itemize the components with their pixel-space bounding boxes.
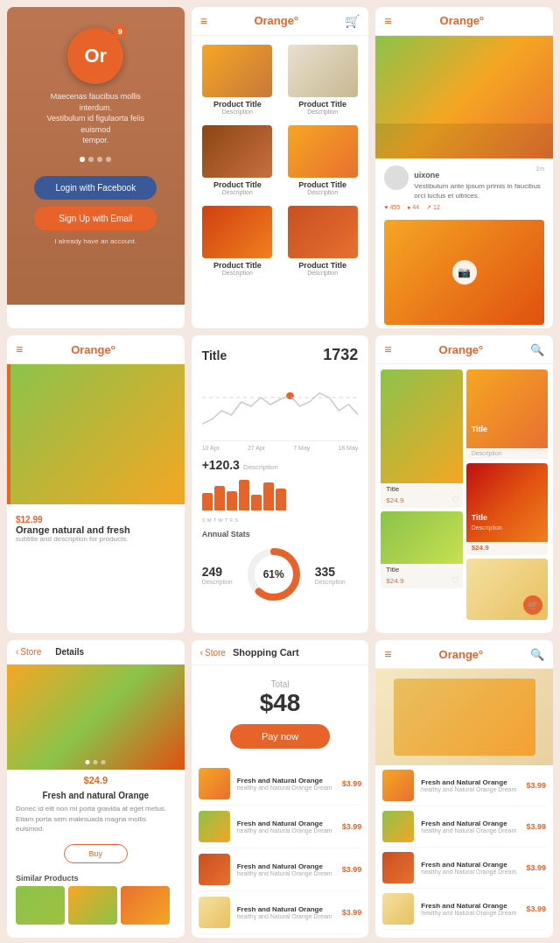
item-price: $3.99 bbox=[526, 822, 546, 831]
comments-count[interactable]: ● 44 bbox=[407, 204, 419, 211]
product-price: $12.99 bbox=[16, 515, 176, 524]
date-1: 10 Apr bbox=[202, 445, 220, 451]
item-thumbnail bbox=[199, 811, 230, 842]
product-card[interactable]: Product Title Description bbox=[282, 41, 363, 118]
app-logo-text: Orangeo bbox=[439, 648, 483, 661]
product-card[interactable]: Product Title Description bbox=[197, 41, 278, 118]
product-image bbox=[466, 369, 548, 448]
product-hero-image bbox=[7, 364, 185, 504]
item-info: Fresh and Natural Orange healthy and Nat… bbox=[237, 862, 335, 876]
likes-count[interactable]: ♥ 455 bbox=[384, 204, 400, 211]
dot-4[interactable] bbox=[106, 157, 111, 162]
masonry-card[interactable]: Title Description ♡ bbox=[466, 369, 548, 460]
pay-now-button[interactable]: Pay now bbox=[230, 724, 330, 749]
product-title: Product Title bbox=[298, 100, 346, 109]
facebook-login-button[interactable]: Login with Facebook bbox=[34, 176, 157, 200]
app-logo-text: Orangeo bbox=[440, 14, 484, 27]
svg-point-0 bbox=[286, 392, 294, 399]
price-row: $24.9 bbox=[466, 542, 548, 555]
menu-icon[interactable]: ≡ bbox=[16, 342, 23, 356]
dot-1[interactable] bbox=[86, 760, 90, 764]
carousel-dots bbox=[86, 760, 106, 764]
item-name: Fresh and Natural Orange bbox=[237, 777, 335, 785]
item-thumbnail bbox=[382, 770, 414, 801]
item-price: $3.99 bbox=[526, 904, 546, 913]
back-button[interactable]: ‹ Store bbox=[16, 647, 41, 657]
order-item: Fresh and Natural Orange healthy and Nat… bbox=[382, 848, 546, 889]
buy-button[interactable]: Buy bbox=[64, 844, 129, 863]
item-info: Fresh and Natural Orange healthy and Nat… bbox=[421, 778, 519, 792]
order-item: Fresh and Natural Orange healthy and Nat… bbox=[382, 806, 546, 848]
orders-screen: ≡ Orangeo 🔍 Fresh and Natural Orange hea… bbox=[375, 640, 553, 938]
store-detail-screen: ‹ Store Details $24.9 Fresh and natural … bbox=[7, 640, 185, 938]
dot-2[interactable] bbox=[94, 760, 98, 764]
app-header: ≡ Orangeo bbox=[375, 7, 553, 36]
product-thumbnail bbox=[202, 45, 272, 97]
chart-number: 1732 bbox=[323, 346, 358, 364]
item-subtitle: healthy and Natural Orange Dream bbox=[421, 910, 519, 916]
stat-249-label: Description bbox=[202, 579, 233, 585]
masonry-card[interactable]: Title ♡ $24.9 bbox=[381, 511, 462, 588]
order-item: Fresh and Natural Orange healthy and Nat… bbox=[382, 765, 546, 806]
item-name: Fresh and Natural Orange bbox=[237, 820, 335, 827]
wishlist-button[interactable]: ♡ bbox=[536, 447, 544, 456]
item-price: $3.99 bbox=[342, 865, 362, 874]
user-info: uixone 1m Vestibulum ante ipsum primis i… bbox=[414, 165, 544, 201]
dot-2[interactable] bbox=[88, 157, 94, 162]
menu-icon[interactable]: ≡ bbox=[384, 647, 391, 661]
dot-3[interactable] bbox=[102, 760, 106, 764]
product-title: Product Title bbox=[298, 180, 346, 189]
app-logo-text: Orangeo bbox=[71, 343, 115, 356]
product-thumbnail bbox=[288, 45, 358, 97]
back-button[interactable]: ‹ Store bbox=[200, 648, 226, 658]
product-image bbox=[381, 511, 462, 564]
shares-count[interactable]: ↗ 12 bbox=[426, 204, 440, 211]
masonry-card[interactable]: Title Description $24.9 bbox=[466, 463, 548, 555]
masonry-card[interactable]: 🛒 bbox=[466, 559, 548, 620]
cart-icon[interactable]: 🛒 bbox=[345, 14, 360, 28]
product-thumbnail bbox=[288, 206, 358, 258]
app-header: ≡ Orangeo 🔍 bbox=[375, 640, 553, 669]
masonry-card[interactable]: Title ♡ $24.9 bbox=[381, 369, 462, 508]
search-icon[interactable]: 🔍 bbox=[530, 648, 544, 661]
existing-account-link[interactable]: I already have an account. bbox=[54, 237, 136, 245]
item-info: Fresh and Natural Orange healthy and Nat… bbox=[421, 820, 519, 834]
item-price: $3.99 bbox=[342, 779, 362, 788]
menu-icon[interactable]: ≡ bbox=[384, 342, 391, 356]
item-subtitle: healthy and Natural Orange Dream bbox=[421, 827, 519, 834]
wishlist-button[interactable]: ♡ bbox=[452, 495, 459, 504]
similar-product-thumb[interactable] bbox=[68, 886, 117, 925]
product-title: Title bbox=[386, 485, 399, 493]
search-icon[interactable]: 🔍 bbox=[530, 343, 544, 356]
wishlist-button[interactable]: ♡ bbox=[452, 575, 459, 585]
similar-product-thumb[interactable] bbox=[121, 886, 170, 925]
item-thumbnail bbox=[199, 897, 230, 928]
item-subtitle: healthy and Natural Orange Dream bbox=[237, 827, 335, 834]
menu-icon[interactable]: ≡ bbox=[200, 14, 207, 28]
product-card[interactable]: Product Title Description bbox=[197, 122, 278, 199]
item-name: Fresh and Natural Orange bbox=[421, 861, 519, 869]
stats-bottom: 249 Description 61% 335 Description bbox=[202, 544, 359, 605]
product-price: $24.9 bbox=[84, 775, 108, 785]
product-card[interactable]: Product Title Description bbox=[197, 202, 278, 279]
details-tab[interactable]: Details bbox=[55, 647, 84, 657]
similar-product-thumb[interactable] bbox=[16, 886, 65, 925]
product-title: Product Title bbox=[298, 261, 346, 270]
product-card[interactable]: Product Title Description bbox=[282, 122, 363, 199]
item-thumbnail bbox=[382, 852, 414, 883]
app-logo-text: Orangeo bbox=[254, 14, 298, 27]
product-desc: Description bbox=[472, 450, 502, 456]
email-signup-button[interactable]: Sign Up with Email bbox=[34, 207, 157, 230]
menu-icon[interactable]: ≡ bbox=[384, 14, 391, 28]
dot-3[interactable] bbox=[97, 157, 102, 162]
masonry-screen: ≡ Orangeo 🔍 Title ♡ $24.9 bbox=[375, 335, 553, 633]
similar-products-label: Similar Products bbox=[7, 870, 185, 886]
dot-1[interactable] bbox=[80, 157, 85, 162]
donut-percent-label: 61% bbox=[263, 568, 284, 581]
item-info: Fresh and Natural Orange healthy and Nat… bbox=[237, 820, 335, 834]
product-detail-screen: ≡ Orangeo $12.99 Orange natural and fres… bbox=[7, 335, 185, 633]
product-card[interactable]: Product Title Description bbox=[282, 202, 363, 279]
camera-button[interactable]: 📷 bbox=[452, 260, 477, 285]
product-title: Title bbox=[386, 566, 399, 574]
product-image bbox=[381, 369, 462, 483]
